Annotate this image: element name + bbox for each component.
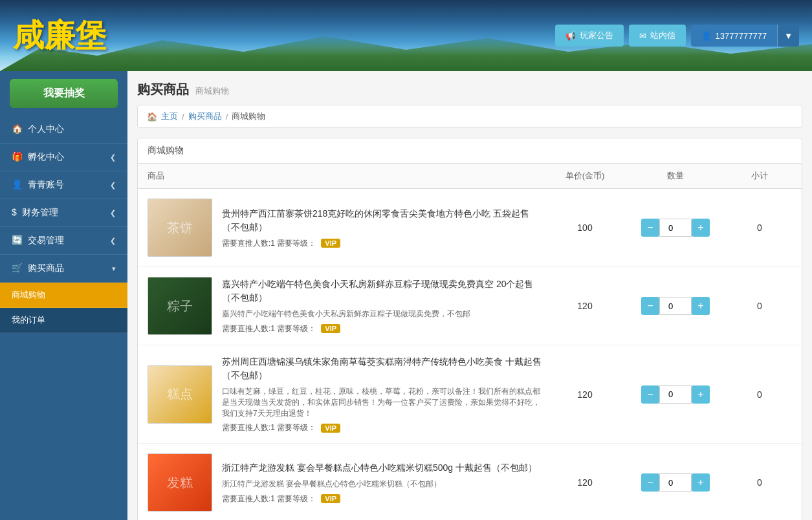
product-subtotal-1: 0 [727,222,792,233]
qty-input-2[interactable] [659,297,692,315]
chevron-down-icon-shop: ▾ [112,265,116,273]
breadcrumb-shop[interactable]: 购买商品 [188,111,222,122]
vip-badge-3: VIP [321,424,340,433]
qty-decrease-4[interactable]: − [641,473,659,492]
product-meta-2: 需要直推人数:1 需要等级： VIP [222,323,546,334]
sidebar-item-personal-center[interactable]: 🏠个人中心 [0,116,127,144]
qty-decrease-3[interactable]: − [641,385,659,404]
qty-input-1[interactable] [659,219,692,237]
table-row: 茶饼 贵州特产西江苗寨茶饼218克好吃的休闲零食舌尖美食地方特色小吃 五袋起售（… [138,189,802,267]
product-price-3: 120 [546,389,624,400]
vip-badge-4: VIP [321,494,340,503]
sidebar-item-finance[interactable]: $财务管理 ❮ [0,199,127,227]
sidebar-item-mall[interactable]: 商城购物 [0,283,127,308]
dollar-icon: $ [12,207,17,217]
product-price-4: 120 [546,477,624,488]
product-name-2: 嘉兴特产小吃端午特色美食小天私房新鲜赤豆粽子现做现卖免费真空 20个起售（不包邮… [222,277,546,305]
product-qty-1: − + [624,219,727,237]
user-label: 13777777777 [716,31,767,41]
chevron-right-icon-2: ❮ [110,181,116,190]
sidebar-item-shop[interactable]: 🛒购买商品 ▾ [0,255,127,283]
table-columns: 商品 单价(金币) 数量 小计 [138,164,802,189]
product-name-1: 贵州特产西江苗寨茶饼218克好吃的休闲零食舌尖美食地方特色小吃 五袋起售（不包邮… [222,207,546,234]
qty-decrease-2[interactable]: − [641,297,659,315]
product-info-2: 嘉兴特产小吃端午特色美食小天私房新鲜赤豆粽子现做现卖免费真空 20个起售（不包邮… [222,277,546,334]
sidebar: 我要抽奖 🏠个人中心 🎁孵化中心 ❮ 👤青青账号 ❮ $财务管理 ❮ 🔄交易管理… [0,71,127,520]
product-name-4: 浙江特产龙游发糕 宴会早餐糕点心特色小吃糯米切糕500g 十戴起售（不包邮） [222,461,546,475]
product-image-4: 发糕 [148,453,212,512]
product-rows: 茶饼 贵州特产西江苗寨茶饼218克好吃的休闲零食舌尖美食地方特色小吃 五袋起售（… [138,189,802,520]
table-row: 发糕 浙江特产龙游发糕 宴会早餐糕点心特色小吃糯米切糕500g 十戴起售（不包邮… [138,444,802,520]
product-meta-3: 需要直推人数:1 需要等级： VIP [222,422,546,433]
product-meta-1: 需要直推人数:1 需要等级： VIP [222,238,546,249]
qty-input-3[interactable] [659,385,692,404]
table-row: 粽子 嘉兴特产小吃端午特色美食小天私房新鲜赤豆粽子现做现卖免费真空 20个起售（… [138,267,802,345]
gift-icon: 🎁 [12,151,23,162]
product-info-1: 贵州特产西江苗寨茶饼218克好吃的休闲零食舌尖美食地方特色小吃 五袋起售（不包邮… [222,207,546,249]
product-info-4: 浙江特产龙游发糕 宴会早餐糕点心特色小吃糯米切糕500g 十戴起售（不包邮） 浙… [222,461,546,504]
col-subtotal: 小计 [727,170,792,182]
qty-increase-3[interactable]: + [692,385,710,404]
home-icon: 🏠 [12,124,23,134]
sidebar-item-orders[interactable]: 我的订单 [0,308,127,333]
col-product: 商品 [148,170,546,182]
user-dropdown-button[interactable]: ▼ [777,25,799,47]
table-row: 糕点 苏州周庄西塘锦溪乌镇朱家角南草莓茭实糕南浔特产传统特色小吃美食 十戴起售（… [138,345,802,444]
product-subtotal-2: 0 [727,301,792,311]
chevron-right-icon: ❮ [110,153,116,162]
product-qty-4: − + [624,473,727,492]
user-icon: 👤 [12,179,23,190]
user-icon: 👤 [701,31,712,41]
logo: 咸廉堡 [13,15,106,56]
product-desc-4: 浙江特产龙游发糕 宴会早餐糕点心特色小吃糯米切糕（不包邮） [222,479,546,490]
product-meta-4: 需要直推人数:1 需要等级： VIP [222,493,546,504]
header: 咸廉堡 📢 玩家公告 ✉ 站内信 👤 13777777777 ▼ [0,0,812,71]
product-price-1: 100 [546,222,624,233]
qty-increase-2[interactable]: + [692,297,710,315]
qty-increase-4[interactable]: + [692,473,710,492]
page-subtitle: 商城购物 [195,85,229,97]
breadcrumb-home[interactable]: 主页 [161,111,178,122]
announcement-button[interactable]: 📢 玩家公告 [555,25,624,47]
page-header: 购买商品 商城购物 [137,81,802,98]
chevron-down-icon: ▼ [784,31,793,41]
product-image-3: 糕点 [148,365,212,424]
product-table: 商城购物 商品 单价(金币) 数量 小计 茶饼 贵州特产西江苗寨茶饼218克好吃… [137,138,802,520]
sidebar-item-account[interactable]: 👤青青账号 ❮ [0,171,127,199]
main-content: 购买商品 商城购物 🏠 主页 / 购买商品 / 商城购物 商城购物 商品 单价(… [127,71,812,520]
sidebar-item-hatch-center[interactable]: 🎁孵化中心 ❮ [0,144,127,171]
product-desc-3: 口味有芝麻，绿豆，红豆，桂花，原味，核桃，草莓，花粉，亲可以备注！我们所有的糕点… [222,386,546,418]
announcement-icon: 📢 [565,31,576,41]
product-price-2: 120 [546,301,624,311]
header-buttons: 📢 玩家公告 ✉ 站内信 👤 13777777777 ▼ [555,25,799,47]
sidebar-item-trade[interactable]: 🔄交易管理 ❮ [0,227,127,255]
chevron-right-icon-3: ❮ [110,209,116,217]
message-label: 站内信 [650,30,675,41]
qty-decrease-1[interactable]: − [641,219,659,237]
product-qty-3: − + [624,385,727,404]
product-qty-2: − + [624,297,727,315]
layout: 我要抽奖 🏠个人中心 🎁孵化中心 ❮ 👤青青账号 ❮ $财务管理 ❮ 🔄交易管理… [0,71,812,520]
breadcrumb: 🏠 主页 / 购买商品 / 商城购物 [137,105,802,128]
qty-increase-1[interactable]: + [692,219,710,237]
cart-icon: 🛒 [12,263,23,273]
user-button[interactable]: 👤 13777777777 [691,25,778,47]
lottery-button[interactable]: 我要抽奖 [10,79,118,108]
table-title: 商城购物 [138,138,802,164]
product-image-2: 粽子 [148,277,212,335]
exchange-icon: 🔄 [12,235,23,245]
product-name-3: 苏州周庄西塘锦溪乌镇朱家角南草莓茭实糕南浔特产传统特色小吃美食 十戴起售（不包邮… [222,355,546,382]
product-info-3: 苏州周庄西塘锦溪乌镇朱家角南草莓茭实糕南浔特产传统特色小吃美食 十戴起售（不包邮… [222,355,546,433]
vip-badge-2: VIP [321,324,340,333]
product-subtotal-3: 0 [727,389,792,400]
page-title: 购买商品 [137,81,189,98]
qty-input-4[interactable] [659,473,692,492]
product-desc-2: 嘉兴特产小吃端午特色美食小天私房新鲜赤豆粽子现做现卖免费，不包邮 [222,309,546,320]
col-price: 单价(金币) [546,170,624,182]
message-button[interactable]: ✉ 站内信 [629,25,686,47]
vip-badge-1: VIP [321,239,340,248]
sidebar-submenu-shop: 商城购物 我的订单 [0,283,127,333]
product-subtotal-4: 0 [727,477,792,488]
home-breadcrumb-icon: 🏠 [147,112,157,122]
breadcrumb-current: 商城购物 [232,111,265,122]
